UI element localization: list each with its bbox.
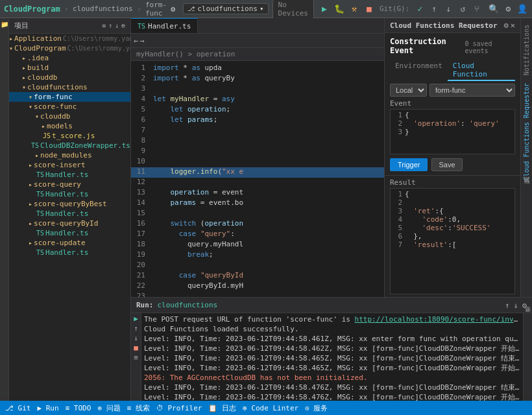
back-btn[interactable]: ← — [134, 36, 138, 45]
run-toolbar-btn2[interactable]: ↑ — [134, 324, 138, 333]
device-selector[interactable]: No Devices — [272, 0, 314, 19]
breadcrumb-sep2: › — [137, 5, 141, 14]
folder-expand-icon: ▸ — [9, 35, 13, 42]
run-panel: Run: cloudfunctions ↑ ↓ ⚙ ▶ ↑ ↓ ■ ≡ The … — [131, 297, 532, 401]
status-trace[interactable]: ≡ 线索 — [127, 403, 150, 413]
run-up-btn[interactable]: ↑ — [505, 301, 509, 310]
tree-item-nodemodules[interactable]: ▸ node_modules — [9, 150, 130, 160]
run-btn[interactable]: ▶ — [318, 3, 331, 16]
tree-item-handler5[interactable]: TS Handler.ts — [9, 248, 130, 257]
debug-btn[interactable]: 🐛 — [333, 3, 346, 16]
tab-cloudfunction[interactable]: Cloud Function — [448, 60, 515, 81]
run-line-4: Level: INFO, Time: 2023-06-12T09:44:58.4… — [144, 353, 520, 363]
git-check-icon[interactable]: ✓ — [413, 3, 426, 16]
down-icon[interactable]: ↓ — [115, 22, 119, 29]
tab-preview[interactable]: 预览 — [522, 185, 532, 193]
git-history-icon[interactable]: ↺ — [456, 3, 469, 16]
tree-item-idea[interactable]: ▸ .idea — [9, 53, 130, 63]
result-line-7: 7 'result':[ — [392, 241, 513, 249]
settings-icon2[interactable]: ⚙ — [502, 3, 514, 16]
save-button[interactable]: Save — [431, 158, 462, 171]
tree-item-handler2[interactable]: TS Handler.ts — [9, 189, 130, 199]
tree-item-clouddb2[interactable]: ▾ clouddb — [9, 112, 130, 121]
run-down-btn[interactable]: ↓ — [514, 301, 518, 310]
tree-item-scoreinsert[interactable]: ▸ score-insert — [9, 160, 130, 170]
build-btn[interactable]: ⚒ — [348, 3, 361, 16]
tree-item-handler3[interactable]: TS Handler.ts — [9, 209, 130, 219]
construction-tabs: Environment Cloud Function — [390, 60, 515, 81]
status-run[interactable]: ▶ Run — [38, 404, 59, 412]
editor-tab-handler[interactable]: TS Handler.ts — [131, 18, 198, 33]
tree-item-models[interactable]: ▸ models — [9, 121, 130, 131]
tree-item-tscore[interactable]: JS t_score.js — [9, 131, 130, 141]
trigger-button[interactable]: Trigger — [390, 158, 428, 171]
ts-icon-h3: TS — [36, 210, 44, 217]
func-select[interactable]: form-func — [429, 84, 515, 97]
forward-btn[interactable]: → — [139, 36, 144, 45]
status-todo[interactable]: ≡ TODO — [66, 404, 91, 412]
event-editor[interactable]: 1 { 2 'operation': 'query' 3 } — [390, 109, 515, 154]
search-icon[interactable]: 🔍 — [487, 3, 500, 16]
run-toolbar-btn4[interactable]: ■ — [134, 344, 138, 352]
run-toolbar-btn3[interactable]: ↓ — [134, 334, 138, 342]
stop-btn[interactable]: ■ — [363, 3, 376, 16]
settings-icon[interactable]: ⚙ — [171, 3, 175, 16]
panel-close-icon[interactable]: ✕ — [511, 21, 515, 30]
tab-cloud-requestor[interactable]: Cloud Functions Requestor — [522, 79, 531, 185]
code-line-17: 17 case "query": — [131, 230, 384, 240]
add-icon[interactable]: ⊕ — [121, 22, 125, 29]
run-line-2: Level: INFO, Time: 2023-06-12T09:44:58.4… — [144, 334, 520, 344]
run-toolbar-btn5[interactable]: ≡ — [134, 353, 138, 362]
tree-item-scorequery[interactable]: ▸ score-query — [9, 180, 130, 189]
git-pull-icon[interactable]: ↓ — [442, 3, 455, 16]
score-func-link[interactable]: http://localhost:18090/score-func/invoke — [355, 315, 520, 324]
folder-icon-sqid: ▸ — [29, 220, 32, 227]
status-services[interactable]: ⊙ 服务 — [305, 403, 328, 413]
breadcrumb-sep1: › — [64, 5, 69, 14]
code-line-4: 4 let myHandler = asy — [131, 95, 384, 105]
run-toolbar-btn1[interactable]: ▶ — [134, 314, 138, 323]
tree-item-scoreupdate[interactable]: ▸ score-update — [9, 238, 130, 248]
status-issues[interactable]: ⊕ 问题 — [97, 403, 120, 413]
tree-item-clouddb[interactable]: ▸ clouddb — [9, 73, 130, 82]
tree-item-clouddbzonewrapper[interactable]: TS CloudDBZoneWrapper.ts — [9, 141, 130, 150]
tree-item-scorefunc[interactable]: ▾ score-func — [9, 102, 130, 112]
git-push-icon[interactable]: ↑ — [428, 3, 441, 16]
panel-settings-icon[interactable]: ⚙ — [504, 21, 509, 30]
result-line-2: 2 — [392, 198, 513, 207]
editor-lines[interactable]: 1 import * as upda 2 import * as queryBy… — [131, 61, 384, 297]
breadcrumb-item1: cloudfunctions — [73, 5, 133, 13]
tab-notifications[interactable]: Notifications — [522, 21, 531, 79]
run-settings-icon[interactable]: ⚙ — [522, 301, 527, 310]
result-line-6: 6 }, — [392, 232, 513, 241]
code-line-11: 11 logger.info("xx e — [131, 167, 384, 178]
activity-files-icon[interactable]: 📁 — [1, 21, 8, 28]
branch-selector[interactable]: ⎇ cloudfunctions ▾ — [183, 3, 268, 14]
bookmarks-icon[interactable]: 书签 — [523, 314, 532, 320]
tree-item-cloudprogram[interactable]: ▾ CloudProgram C:\Users\rommy.yang\ — [9, 43, 130, 53]
code-line-13: 13 operation = event — [131, 188, 384, 198]
tree-item-formfunc[interactable]: ▾ form-func — [9, 92, 130, 102]
folder-icon-sqbb: ▸ — [29, 200, 32, 208]
status-log[interactable]: 📋 日志 — [208, 403, 236, 413]
folder-icon-si: ▸ — [29, 161, 32, 169]
up-icon[interactable]: ↑ — [108, 22, 112, 29]
tree-item-scorequerybybest[interactable]: ▸ score-queryByBest — [9, 199, 130, 209]
run-output: The POST request URL of function 'score-… — [141, 313, 523, 401]
tab-environment[interactable]: Environment — [390, 60, 448, 81]
sort-icon[interactable]: ≡ — [102, 22, 106, 29]
tree-item-handler1[interactable]: TS Handler.ts — [9, 170, 130, 180]
result-editor[interactable]: 1 { 2 3 'ret':{ 4 'code':0, — [390, 188, 515, 294]
tree-item-cloudfunctions[interactable]: ▾ cloudfunctions — [9, 82, 130, 92]
status-git[interactable]: ⎇ Git — [5, 404, 31, 412]
tree-item-handler4[interactable]: TS Handler.ts — [9, 228, 130, 238]
status-profiler[interactable]: ⏱ Profiler — [156, 404, 202, 412]
tree-item-scorequerybyid[interactable]: ▸ score-queryById — [9, 219, 130, 228]
git-merge-icon[interactable]: ⑂ — [470, 3, 483, 16]
tree-item-application[interactable]: ▸ Application C:\Users\rommy.yang\Dev — [9, 34, 130, 43]
env-select[interactable]: Local — [390, 84, 427, 97]
status-codelinter[interactable]: ⊕ Code Linter — [243, 404, 298, 412]
branch-icon: ⎇ — [187, 5, 195, 12]
user-icon[interactable]: 👤 — [516, 3, 529, 16]
tree-item-build[interactable]: ▸ build — [9, 63, 130, 73]
